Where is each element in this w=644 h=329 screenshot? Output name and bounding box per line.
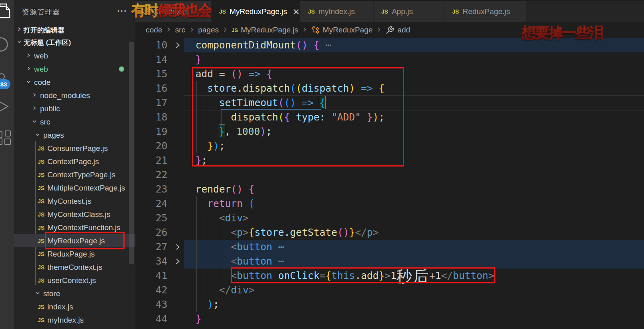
tree-file-myIndex.js[interactable]: JSmyIndex.js: [14, 313, 135, 327]
explorer-icon[interactable]: [0, 2, 12, 19]
code-token: [195, 299, 207, 310]
code-line-27: <button ⋯: [195, 240, 284, 254]
extensions-icon[interactable]: [0, 130, 13, 147]
breadcrumb-item-pages[interactable]: pages: [198, 26, 219, 34]
breadcrumb-item-MyReduxPage[interactable]: MyReduxPage: [311, 26, 373, 34]
code-token: div: [225, 212, 243, 224]
class-symbol-icon: [311, 26, 320, 34]
line-number: 10: [135, 38, 167, 52]
breadcrumb-separator-icon: [222, 26, 228, 34]
line-number: 18: [135, 110, 167, 124]
close-icon[interactable]: ✕: [293, 8, 300, 16]
chevron-down-icon: [34, 290, 41, 296]
tab-MyReduxPage.js[interactable]: JSMyReduxPage.js✕: [211, 1, 300, 22]
tab-ReduxPage.js[interactable]: JSReduxPage.js: [445, 1, 526, 22]
breadcrumb-label: MyReduxPage: [323, 26, 373, 34]
code-token: }: [195, 54, 201, 65]
chevron-down-icon: [34, 131, 41, 138]
breadcrumb-label: code: [146, 26, 162, 34]
js-file-icon: JS: [38, 198, 44, 205]
code-token: button: [237, 241, 272, 253]
tree-file-ContextTypePage.js[interactable]: JSContextTypePage.js: [14, 168, 135, 181]
tab-App.js[interactable]: JSApp.js: [374, 1, 444, 22]
line-number: 15: [135, 67, 167, 81]
tab-myIndex.js[interactable]: JSmyIndex.js: [300, 1, 373, 22]
tree-folder-public[interactable]: public: [14, 102, 135, 115]
code-token: render: [195, 183, 231, 195]
search-icon[interactable]: [0, 37, 10, 53]
line-number: 34: [135, 254, 167, 269]
code-token: >: [243, 212, 249, 224]
activity-bar: 83: [0, 0, 14, 329]
code-token: <: [219, 212, 225, 224]
chevron-down-icon: [16, 38, 22, 45]
code-line-26: <p>{store.getState()}</p>: [195, 225, 378, 240]
tree-file-ConsumerPage.js[interactable]: JSConsumerPage.js: [14, 142, 135, 155]
tree-file-ContextPage.js[interactable]: JSContextPage.js: [14, 155, 135, 168]
tree-folder-web[interactable]: web: [14, 62, 135, 76]
tree-folder-src[interactable]: src: [14, 115, 135, 128]
breadcrumb-item-src[interactable]: src: [175, 26, 185, 34]
tree-file-themeContext.js[interactable]: JSthemeContext.js: [14, 261, 135, 274]
tree-folder-store[interactable]: store: [14, 287, 135, 300]
property-symbol-icon: [385, 26, 394, 35]
line-number: 42: [135, 283, 167, 297]
tab-label: ReduxPage.js: [463, 7, 510, 16]
chevron-right-icon: [25, 65, 32, 72]
tree-file-MultipleContextPage.js[interactable]: JSMultipleContextPage.js: [14, 181, 135, 195]
breadcrumb-label: add: [397, 26, 410, 34]
js-file-icon: JS: [38, 211, 44, 218]
js-file-icon: JS: [38, 158, 44, 165]
sidebar-section-workspace[interactable]: 无标题 (工作区): [14, 36, 135, 49]
code-token: }: [349, 227, 355, 238]
sidebar-section-open-editors[interactable]: 打开的编辑器: [14, 24, 135, 36]
line-number: 20: [135, 139, 167, 153]
tree-file-userContext.js[interactable]: JSuserContext.js: [14, 274, 135, 287]
code-line-42: </div>: [195, 283, 255, 297]
tree-file-index.js[interactable]: JSindex.js: [14, 300, 135, 313]
code-line-24: return (: [195, 197, 255, 211]
karaoke-subtitle: 有时候我也会: [131, 1, 211, 20]
breadcrumb-separator-icon: [302, 26, 308, 34]
chevron-right-icon: [25, 52, 32, 58]
tree-folder-web[interactable]: web: [14, 49, 135, 62]
code-token: {: [249, 227, 255, 238]
breadcrumb-item-add[interactable]: add: [385, 26, 410, 35]
source-control-badge: 83: [0, 79, 10, 89]
code-token: ⋯: [320, 39, 332, 51]
code-token: (): [337, 227, 349, 238]
sidebar-scrollbar[interactable]: [129, 42, 134, 264]
annotation-box-button-line: [231, 267, 495, 283]
fold-chevron-icon[interactable]: [173, 38, 183, 52]
code-token: [195, 227, 231, 238]
code-token: [195, 270, 231, 281]
karaoke-unsung: 候我也会: [158, 2, 211, 18]
js-file-icon: JS: [38, 264, 44, 271]
code-token: </: [219, 284, 231, 296]
fold-chevron-icon[interactable]: [173, 254, 183, 269]
more-actions-icon[interactable]: ⋯: [115, 5, 129, 19]
tree-folder-code[interactable]: code: [14, 76, 135, 89]
breadcrumb-item-MyReduxPage.js[interactable]: JSMyReduxPage.js: [231, 26, 298, 34]
tab-label: myIndex.js: [318, 7, 355, 16]
code-token: [195, 198, 207, 209]
fold-chevron-icon[interactable]: [173, 240, 183, 254]
tree-file-MyContextClass.js[interactable]: JSMyContextClass.js: [14, 208, 135, 221]
line-number: 22: [135, 168, 167, 182]
tree-file-MyContest.js[interactable]: JSMyContest.js: [14, 195, 135, 208]
code-token: >: [249, 284, 255, 296]
code-line-10: componentDidMount() { ⋯: [195, 38, 331, 52]
line-number: 24: [135, 197, 167, 211]
code-token: <: [231, 227, 237, 238]
code-token: <: [231, 255, 237, 267]
tree-folder-pages[interactable]: pages: [14, 128, 135, 142]
tree-folder-node_modules[interactable]: node_modules: [14, 89, 135, 102]
breadcrumb-item-code[interactable]: code: [146, 26, 162, 34]
line-number: 26: [135, 225, 167, 240]
code-token: ): [207, 299, 213, 310]
chevron-right-icon: [31, 92, 38, 98]
code-token: </: [355, 227, 367, 238]
code-token: store: [255, 227, 284, 238]
run-debug-icon[interactable]: [0, 98, 10, 114]
breadcrumb-label: src: [175, 26, 185, 34]
